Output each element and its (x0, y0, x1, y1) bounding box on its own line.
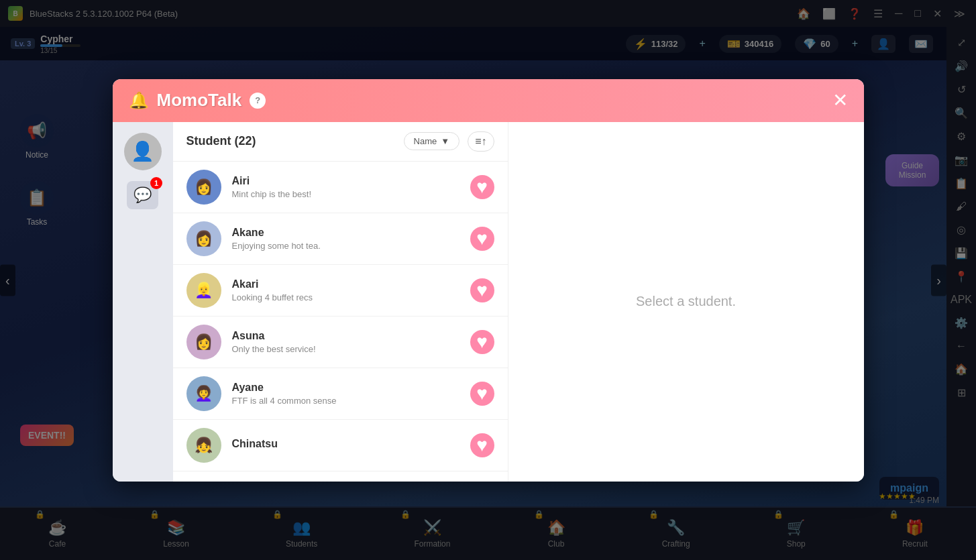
select-prompt-text: Select a student. (636, 294, 736, 309)
student-status: Enjoying some hot tea. (232, 241, 459, 251)
student-avatar: 👩 (186, 221, 221, 256)
heart-count: 1 (480, 182, 484, 192)
student-avatar: 👩 (186, 325, 221, 359)
heart-count: 1 (480, 388, 484, 398)
chat-notification-badge: 1 (150, 177, 162, 189)
student-count-label: Student (22) (186, 134, 256, 148)
momotalk-modal: 🔔 MomoTalk ? ✕ 👤 1 💬 Student (22) Name (113, 79, 864, 482)
modal-sidebar: 👤 1 💬 (113, 122, 173, 482)
sidebar-chat-button[interactable]: 1 💬 (127, 181, 158, 209)
student-list-item[interactable]: 👩‍🦱 Ayane FTF is all 4 common sense 1 (173, 368, 508, 420)
heart-badge: 1 (470, 227, 494, 251)
heart-badge: 1 (470, 330, 494, 354)
student-status: Mint chip is the best! (232, 189, 459, 199)
student-list-item[interactable]: 👩 Akane Enjoying some hot tea. 1 (173, 213, 508, 265)
modal-overlay: 🔔 MomoTalk ? ✕ 👤 1 💬 Student (22) Name (0, 0, 976, 560)
heart-badge: 1 (470, 175, 494, 199)
momotalk-icon: 🔔 (129, 91, 149, 110)
student-status: Only the best service! (232, 344, 459, 354)
heart-count: 1 (480, 233, 484, 243)
student-info: Akane Enjoying some hot tea. (232, 227, 459, 251)
sort-order-icon: ≡↑ (475, 135, 486, 147)
student-name: Ayane (232, 382, 459, 394)
student-list-item[interactable]: 👧 Chinatsu 1 (173, 420, 508, 471)
student-info: Chinatsu (232, 438, 459, 452)
student-avatar: 👩‍🦱 (186, 376, 221, 411)
heart-count: 1 (480, 285, 484, 295)
student-list-item[interactable]: 👩 Asuna Only the best service! 1 (173, 317, 508, 368)
student-info: Akari Looking 4 buffet recs (232, 278, 459, 302)
student-info: Airi Mint chip is the best! (232, 175, 459, 199)
sort-label: Name (414, 136, 437, 146)
student-info: Ayane FTF is all 4 common sense (232, 382, 459, 406)
heart-count: 1 (480, 337, 484, 347)
sort-dropdown-icon: ▼ (441, 136, 449, 146)
student-list-panel: Student (22) Name ▼ ≡↑ 👩 Airi Mint (173, 122, 508, 482)
student-name: Airi (232, 175, 459, 187)
student-status: Looking 4 buffet recs (232, 292, 459, 302)
student-status: FTF is all 4 common sense (232, 396, 459, 406)
student-list-item[interactable]: 👱‍♀️ Akari Looking 4 buffet recs 1 (173, 265, 508, 317)
sort-order-button[interactable]: ≡↑ (468, 131, 494, 152)
student-list-item[interactable]: 👩 Airi Mint chip is the best! 1 (173, 162, 508, 213)
student-avatar: 👱‍♀️ (186, 273, 221, 308)
chat-bubble-icon: 💬 (133, 186, 152, 204)
select-panel: Select a student. (508, 122, 864, 482)
heart-badge: 1 (470, 382, 494, 406)
modal-body: 👤 1 💬 Student (22) Name ▼ ≡↑ (113, 122, 864, 482)
modal-header-badge: ? (250, 93, 266, 109)
student-name: Asuna (232, 330, 459, 342)
modal-title: MomoTalk (157, 90, 242, 111)
heart-count: 1 (480, 440, 484, 450)
modal-close-button[interactable]: ✕ (832, 91, 848, 110)
sidebar-avatar[interactable]: 👤 (124, 133, 162, 170)
student-info: Asuna Only the best service! (232, 330, 459, 354)
heart-badge: 1 (470, 278, 494, 302)
student-name: Akari (232, 278, 459, 290)
student-name: Chinatsu (232, 438, 459, 450)
sort-by-name-button[interactable]: Name ▼ (404, 132, 460, 150)
student-avatar: 👩 (186, 170, 221, 205)
heart-badge: 1 (470, 433, 494, 457)
modal-header: 🔔 MomoTalk ? ✕ (113, 79, 864, 122)
student-list-header: Student (22) Name ▼ ≡↑ (173, 122, 508, 162)
student-list: 👩 Airi Mint chip is the best! 1 👩 Akane … (173, 162, 508, 482)
student-avatar: 👧 (186, 428, 221, 463)
student-name: Akane (232, 227, 459, 239)
